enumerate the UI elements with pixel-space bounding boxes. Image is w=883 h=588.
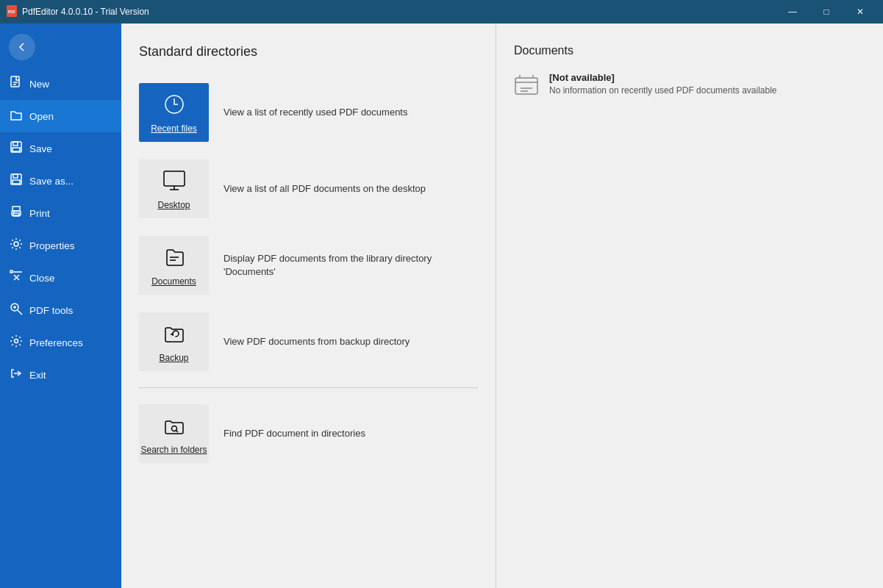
- directory-item-search[interactable]: Search in folders Find PDF document in d…: [139, 395, 478, 472]
- sidebar-item-open[interactable]: Open: [0, 100, 121, 132]
- sidebar-item-preferences-label: Preferences: [29, 337, 83, 348]
- titlebar: PDF PdfEditor 4.0.0.10 - Trial Version —…: [0, 0, 883, 24]
- minimize-button[interactable]: —: [776, 0, 809, 24]
- svg-point-15: [14, 242, 18, 246]
- titlebar-title: PdfEditor 4.0.0.10 - Trial Version: [22, 7, 149, 17]
- preferences-icon: [9, 334, 24, 351]
- exit-icon: [9, 367, 24, 383]
- close-doc-icon: [9, 270, 24, 286]
- sidebar-item-pdftools-label: PDF tools: [29, 305, 73, 316]
- sidebar-item-print-label: Print: [29, 208, 50, 219]
- not-available-desc: No information on recently used PDF docu…: [549, 85, 777, 96]
- sidebar-item-saveas-label: Save as...: [29, 176, 74, 187]
- maximize-button[interactable]: □: [809, 0, 843, 24]
- recent-label: Recent files: [151, 123, 197, 134]
- svg-rect-16: [10, 270, 12, 273]
- directory-item-recent[interactable]: Recent files View a list of recently use…: [139, 74, 478, 151]
- sidebar-item-exit[interactable]: Exit: [0, 359, 121, 391]
- back-button[interactable]: [9, 34, 35, 60]
- svg-line-21: [18, 310, 22, 315]
- documents-panel-title: Documents: [514, 44, 865, 57]
- svg-rect-10: [12, 180, 20, 184]
- section-title: Standard directories: [139, 44, 478, 60]
- svg-rect-7: [12, 148, 20, 151]
- svg-point-32: [171, 426, 176, 431]
- desktop-label: Desktop: [157, 200, 190, 210]
- sidebar-item-properties[interactable]: Properties: [0, 229, 121, 262]
- divider: [139, 387, 478, 388]
- backup-description: View PDF documents from backup directory: [224, 335, 410, 348]
- content-area: Standard directories Recent files View a…: [121, 24, 883, 588]
- backup-icon-box: Backup: [139, 312, 209, 371]
- print-icon: [9, 205, 24, 221]
- pdftools-icon: [9, 302, 24, 318]
- titlebar-controls: — □ ✕: [776, 0, 877, 24]
- not-available-icon: [514, 74, 539, 104]
- save-icon: [9, 140, 24, 157]
- directory-item-backup[interactable]: Backup View PDF documents from backup di…: [139, 304, 478, 380]
- open-icon: [9, 108, 24, 124]
- search-icon-box: Search in folders: [139, 404, 209, 463]
- desktop-description: View a list of all PDF documents on the …: [224, 182, 426, 196]
- sidebar-item-preferences[interactable]: Preferences: [0, 326, 121, 359]
- not-available-text: [Not available] No information on recent…: [549, 72, 777, 96]
- svg-rect-6: [13, 142, 18, 146]
- close-button[interactable]: ✕: [843, 0, 877, 24]
- not-available-container: [Not available] No information on recent…: [514, 72, 865, 104]
- app-body: New Open Save: [0, 24, 883, 588]
- titlebar-left: PDF PdfEditor 4.0.0.10 - Trial Version: [6, 5, 149, 19]
- sidebar: New Open Save: [0, 24, 121, 588]
- recent-icon-box: Recent files: [139, 83, 209, 142]
- svg-rect-11: [12, 207, 20, 211]
- svg-rect-13: [13, 213, 19, 216]
- documents-icon-box: Documents: [139, 236, 209, 295]
- desktop-icon-box: Desktop: [139, 159, 209, 218]
- saveas-icon: [9, 173, 24, 189]
- svg-rect-9: [13, 174, 18, 178]
- sidebar-item-saveas[interactable]: Save as...: [0, 165, 121, 197]
- sidebar-item-save-label: Save: [29, 143, 52, 154]
- sidebar-item-print[interactable]: Print: [0, 197, 121, 229]
- documents-description: Display PDF documents from the library d…: [224, 252, 478, 279]
- sidebar-item-pdftools[interactable]: PDF tools: [0, 294, 121, 326]
- sidebar-item-properties-label: Properties: [29, 240, 75, 251]
- svg-line-33: [176, 431, 178, 433]
- sidebar-item-exit-label: Exit: [29, 370, 46, 381]
- directory-item-documents[interactable]: Documents Display PDF documents from the…: [139, 227, 478, 304]
- sidebar-item-new[interactable]: New: [0, 68, 121, 100]
- svg-text:PDF: PDF: [8, 10, 15, 14]
- svg-rect-2: [11, 76, 19, 87]
- app-icon: PDF: [6, 5, 18, 19]
- backup-label: Backup: [159, 353, 188, 363]
- svg-point-24: [15, 340, 18, 343]
- sidebar-item-close-label: Close: [29, 273, 55, 284]
- svg-rect-27: [164, 171, 185, 186]
- new-icon: [9, 76, 24, 92]
- sidebar-item-new-label: New: [29, 79, 49, 90]
- sidebar-item-save[interactable]: Save: [0, 132, 121, 165]
- search-label: Search in folders: [140, 445, 207, 455]
- right-panel: Documents [Not available] No information…: [496, 24, 883, 588]
- left-panel: Standard directories Recent files View a…: [121, 24, 496, 588]
- not-available-title: [Not available]: [549, 72, 777, 83]
- sidebar-item-open-label: Open: [29, 111, 54, 122]
- sidebar-item-close[interactable]: Close: [0, 262, 121, 294]
- search-description: Find PDF document in directories: [224, 427, 365, 440]
- documents-label: Documents: [151, 276, 196, 287]
- properties-icon: [9, 237, 24, 254]
- recent-description: View a list of recently used PDF documen…: [224, 106, 408, 119]
- directory-item-desktop[interactable]: Desktop View a list of all PDF documents…: [139, 151, 478, 227]
